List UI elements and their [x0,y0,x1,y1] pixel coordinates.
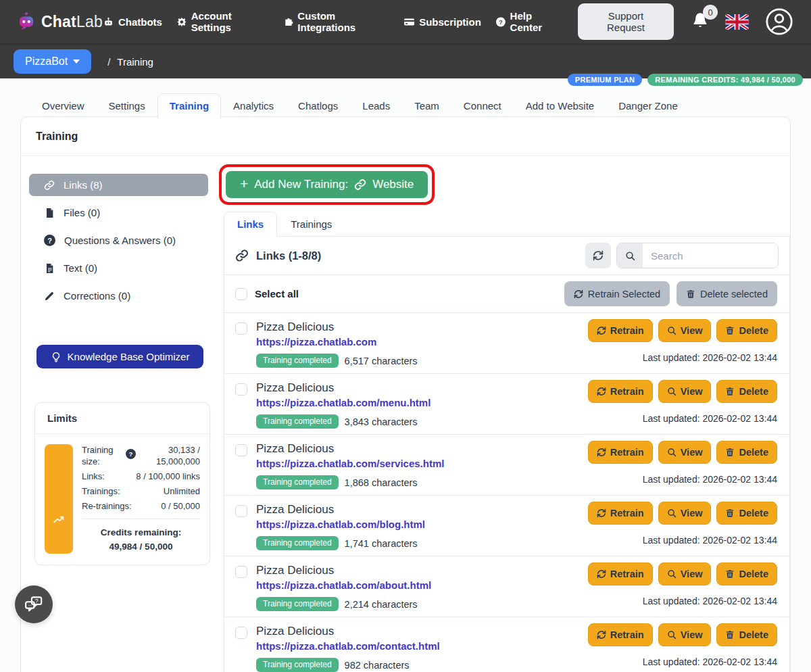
link-url[interactable]: https://pizza.chatlab.com/blog.html [256,518,425,531]
tab-leads[interactable]: Leads [350,93,402,118]
help-icon[interactable]: ? [126,449,136,459]
retrain-button[interactable]: Retrain [588,562,653,585]
link-url[interactable]: https://pizza.chatlab.com/services.html [256,457,444,471]
tab-add-to-website[interactable]: Add to Website [514,93,606,118]
last-updated: Last updated: 2026-02-02 13:44 [643,413,777,424]
credit-card-icon [403,16,415,28]
gear-icon [176,16,187,28]
view-button[interactable]: View [658,562,712,585]
limits-row-trainings: Trainings: Unlimited [82,485,200,497]
tab-settings[interactable]: Settings [97,93,157,118]
tab-team[interactable]: Team [402,93,451,118]
breadcrumb-separator: / [107,56,110,68]
sidebar-item-corrections[interactable]: Corrections (0) [29,285,208,307]
tab-connect[interactable]: Connect [451,93,514,118]
delete-button[interactable]: Delete [716,319,777,342]
link-url[interactable]: https://pizza.chatlab.com/contact.html [256,640,440,653]
retrain-button[interactable]: Retrain [588,380,653,403]
sidebar-item-text[interactable]: Text (0) [29,257,208,279]
nav-label: Subscription [419,16,481,28]
select-all-label: Select all [255,288,299,299]
trash-icon [725,326,735,335]
limits-card: Limits Training size: ? 30,133 / 15,000,… [34,402,210,565]
tab-analytics[interactable]: Analytics [221,93,286,118]
chat-widget-button[interactable] [15,585,53,623]
tab-training[interactable]: Training [157,93,221,118]
support-request-button[interactable]: Support Request [578,3,674,40]
search-input[interactable] [643,243,778,268]
link-row: Pizza Delicious https://pizza.chatlab.co… [224,556,789,617]
user-avatar[interactable] [765,7,793,36]
notifications-bell[interactable]: 0 [691,11,709,32]
row-checkbox[interactable] [235,627,247,639]
nav-item-custom-integrations[interactable]: Custom Integrations [283,10,390,33]
bot-selector-dropdown[interactable]: PizzaBot [14,49,91,74]
nav-label: Custom Integrations [297,10,389,33]
training-panel: Training Links (8) Files (0) ? Questions… [20,116,791,672]
delete-button[interactable]: Delete [716,441,777,464]
row-checkbox[interactable] [235,444,247,456]
retrain-button[interactable]: Retrain [588,441,653,464]
sidebar-item-label: Corrections (0) [64,290,130,302]
last-updated: Last updated: 2026-02-02 13:44 [643,474,777,485]
credits-remaining-label: Credits remaining: [82,525,200,539]
nav-item-subscription[interactable]: Subscription [403,16,481,28]
nav-item-chatbots[interactable]: Chatbots [103,16,162,28]
retrain-selected-button[interactable]: Retrain Selected [564,281,670,306]
limit-value: 0 / 50,000 [139,500,200,512]
retrain-button[interactable]: Retrain [588,623,653,646]
delete-selected-button[interactable]: Delete selected [677,281,777,306]
view-button[interactable]: View [658,502,712,525]
retrain-button[interactable]: Retrain [588,502,653,525]
tab-danger-zone[interactable]: Danger Zone [606,93,690,118]
link-url[interactable]: https://pizza.chatlab.com/about.html [256,579,431,592]
tab-overview[interactable]: Overview [30,93,97,118]
link-title: Pizza Delicious [256,623,588,639]
nav-item-help-center[interactable]: Help Center [495,10,563,33]
limits-row-links: Links: 8 / 100,000 links [82,471,200,482]
brand-logo[interactable]: ChatLab [16,11,103,32]
view-button[interactable]: View [658,623,712,646]
sidebar-item-files[interactable]: Files (0) [29,201,208,224]
status-badge: Training completed [256,354,339,368]
trash-icon [725,508,735,518]
subtab-trainings[interactable]: Trainings [277,212,345,237]
search-icon [667,508,677,518]
subtab-links[interactable]: Links [224,212,277,237]
chatlab-robot-icon [16,11,36,32]
select-all-checkbox[interactable] [235,288,247,300]
view-button[interactable]: View [658,319,712,342]
row-checkbox[interactable] [235,383,247,395]
link-title: Pizza Delicious [256,380,588,395]
limits-row-retrainings: Re-trainings: 0 / 50,000 [82,500,200,512]
tab-chatlogs[interactable]: Chatlogs [286,93,350,118]
retrain-button[interactable]: Retrain [588,319,653,342]
link-row: Pizza Delicious https://pizza.chatlab.co… [224,312,789,373]
nav-item-account-settings[interactable]: Account Settings [176,10,269,33]
char-count: 3,843 characters [345,416,418,427]
language-flag-uk[interactable] [725,14,749,30]
limit-value: Unlimited [139,485,200,497]
link-url[interactable]: https://pizza.chatlab.com/menu.html [256,396,431,410]
refresh-icon [574,289,583,299]
limit-label: Re-trainings: [82,500,139,512]
row-checkbox[interactable] [235,505,247,517]
sidebar-item-questions-answers[interactable]: ? Questions & Answers (0) [29,229,208,251]
add-new-training-button[interactable]: + Add New Training: Website [226,171,428,198]
delete-button[interactable]: Delete [716,623,777,646]
limit-label: Trainings: [82,485,139,497]
bot-name: PizzaBot [25,55,68,68]
links-count-label: Links (1-8/8) [256,249,321,262]
sidebar-item-links[interactable]: Links (8) [29,174,208,196]
delete-button[interactable]: Delete [716,562,777,585]
view-button[interactable]: View [658,380,712,403]
delete-button[interactable]: Delete [716,502,777,525]
refresh-icon [593,250,604,261]
knowledge-base-optimizer-button[interactable]: Knowledge Base Optimizer [36,345,203,368]
refresh-button[interactable] [585,243,611,268]
link-url[interactable]: https://pizza.chatlab.com [256,335,376,349]
row-checkbox[interactable] [235,322,247,335]
delete-button[interactable]: Delete [716,380,777,403]
view-button[interactable]: View [658,441,712,464]
row-checkbox[interactable] [235,566,247,578]
